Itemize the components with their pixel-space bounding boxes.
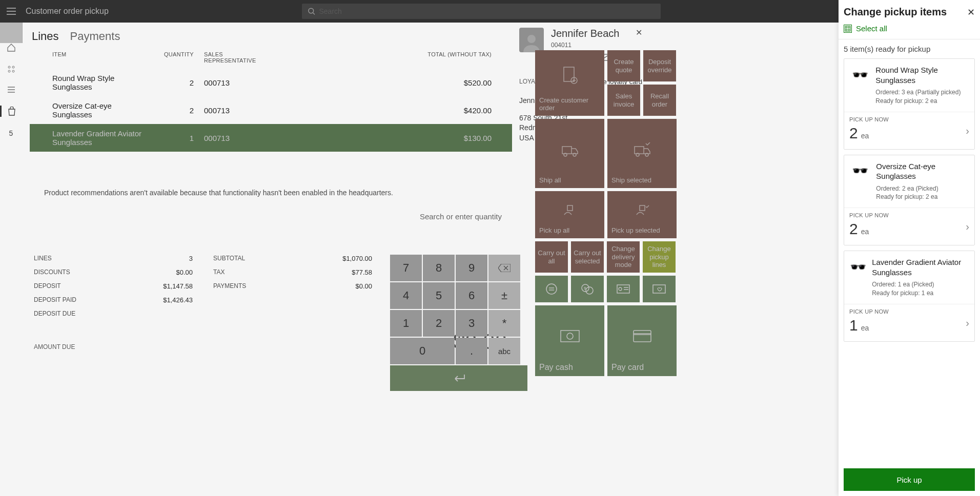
deposit-label: DEPOSIT	[34, 282, 61, 290]
tile-carry-out-all[interactable]: Carry out all	[535, 241, 568, 273]
item-meta: Ordered: 3 ea (Partially picked)Ready fo…	[875, 88, 969, 106]
close-icon[interactable]: ✕	[636, 28, 642, 37]
key-1[interactable]: 1	[390, 310, 422, 337]
cell-rep: 000713	[194, 106, 271, 115]
cell-item: Round Wrap Style Sunglasses	[52, 74, 150, 91]
cell-qty: 1	[150, 134, 194, 142]
pickup-qty-row[interactable]: PICK UP NOW 1ea ›	[844, 304, 974, 341]
pickup-qty-row[interactable]: PICK UP NOW 2ea ›	[844, 112, 974, 149]
tax-value: $77.58	[352, 268, 372, 276]
primary-label: PRIMARY	[519, 153, 642, 159]
tile-create-quote[interactable]: Create quote	[607, 50, 640, 81]
key-6[interactable]: 6	[456, 282, 487, 309]
item-title: Lavender Gradient Aviator Sunglasses	[872, 257, 969, 277]
tile-pay-card[interactable]: Pay card	[607, 305, 677, 376]
mail-icon[interactable]	[599, 53, 609, 65]
addr-line1: 678 South 21st	[519, 113, 642, 123]
apps-icon[interactable]	[6, 65, 17, 74]
col-total: TOTAL (WITHOUT TAX)	[271, 51, 504, 64]
svg-point-17	[645, 153, 648, 156]
pickup-button[interactable]: Pick up	[844, 468, 975, 491]
addr-line3: USA	[519, 133, 642, 143]
subtotal-label: SUBTOTAL	[213, 255, 245, 262]
item-meta: Ordered: 1 ea (Picked)Ready for pickup: …	[872, 280, 969, 298]
transaction-area: Lines Payments ITEM QUANTITY SALES REPRE…	[23, 23, 512, 28]
key-7[interactable]: 7	[390, 255, 422, 281]
deposit-paid-value: $1,426.43	[163, 296, 193, 304]
totals: LINES3 DISCOUNTS$0.00 DEPOSIT$1,147.58 D…	[30, 252, 512, 320]
key-2[interactable]: 2	[423, 310, 455, 337]
select-all-button[interactable]: Select all	[844, 24, 975, 33]
tax-label: TAX	[213, 268, 224, 276]
table-row[interactable]: Lavender Gradient Aviator Sunglasses1000…	[30, 124, 512, 152]
recommendations-msg: Product recommendations aren't available…	[30, 189, 512, 197]
pickup-now-label: PICK UP NOW	[849, 212, 969, 218]
pickup-qty: 1	[849, 317, 858, 334]
search-quantity-placeholder[interactable]: Search or enter quantity	[30, 212, 512, 221]
tile-id-icon[interactable]	[607, 276, 640, 302]
close-icon[interactable]: ✕	[967, 7, 975, 18]
change-pickup-panel: Change pickup items ✕ Select all 5 item(…	[839, 0, 980, 496]
tile-equals-icon[interactable]	[535, 276, 568, 302]
key-4[interactable]: 4	[390, 282, 422, 309]
bag-icon[interactable]	[0, 106, 22, 117]
tile-carry-out-selected[interactable]: Carry out selected	[571, 241, 604, 273]
home-icon[interactable]	[6, 43, 17, 52]
global-search[interactable]	[302, 4, 661, 19]
key-backspace[interactable]	[488, 255, 520, 281]
ship-check-icon	[611, 123, 672, 176]
key-dot[interactable]: .	[456, 338, 487, 364]
tile-sales-invoice[interactable]: Sales invoice	[607, 85, 640, 116]
tile-card-heart-icon[interactable]	[643, 276, 676, 302]
key-plusminus[interactable]: ±	[488, 282, 520, 309]
key-5[interactable]: 5	[423, 282, 455, 309]
avatar	[519, 28, 544, 52]
key-8[interactable]: 8	[423, 255, 455, 281]
select-all-label: Select all	[856, 24, 887, 33]
search-input[interactable]	[319, 7, 654, 15]
pickup-qty-row[interactable]: PICK UP NOW 2ea ›	[844, 208, 974, 245]
customer-id: 004011	[551, 42, 619, 49]
tile-recall-order[interactable]: Recall order	[643, 85, 676, 116]
svg-rect-10	[564, 67, 574, 81]
issue-loyalty-link[interactable]: Issue loyalty card	[591, 78, 642, 86]
hamburger-icon[interactable]	[0, 0, 23, 23]
tile-pay-cash[interactable]: Pay cash	[535, 305, 604, 376]
tile-currency-icon[interactable]: $	[571, 276, 604, 302]
select-all-icon	[844, 25, 852, 33]
tile-ship-all[interactable]: Ship all	[535, 119, 604, 188]
svg-point-7	[12, 70, 14, 72]
phone-icon[interactable]	[583, 53, 592, 65]
svg-rect-12	[562, 147, 571, 154]
key-9[interactable]: 9	[456, 255, 487, 281]
amount-due-label: AMOUNT DUE	[34, 343, 75, 350]
pickup-unit: ea	[861, 132, 869, 140]
svg-point-16	[636, 153, 639, 156]
chevron-right-icon: ›	[966, 221, 969, 233]
tile-deposit-override[interactable]: Deposit override	[643, 50, 676, 81]
tab-payments[interactable]: Payments	[70, 30, 120, 43]
table-row[interactable]: Oversize Cat-eye Sunglasses2000713$420.0…	[30, 96, 512, 124]
tile-pickup-all[interactable]: Pick up all	[535, 191, 604, 238]
key-enter[interactable]	[390, 365, 527, 391]
tile-ship-selected[interactable]: Ship selected	[607, 119, 677, 188]
page-title: Customer order pickup	[26, 7, 109, 16]
tile-pickup-selected[interactable]: Pick up selected	[607, 191, 677, 238]
svg-point-8	[527, 35, 536, 43]
tab-lines[interactable]: Lines	[32, 30, 59, 43]
svg-point-13	[564, 153, 567, 156]
tile-change-pickup-lines[interactable]: Change pickup lines	[643, 241, 676, 273]
key-3[interactable]: 3	[456, 310, 487, 337]
amount-due-value: $0.00	[453, 329, 507, 354]
col-item: ITEM	[52, 51, 150, 64]
list-icon[interactable]	[6, 86, 17, 93]
tile-change-delivery[interactable]: Change delivery mode	[607, 241, 640, 273]
table-row[interactable]: Round Wrap Style Sunglasses2000713$520.0…	[30, 69, 512, 96]
key-abc[interactable]: abc	[488, 338, 520, 364]
key-star[interactable]: *	[488, 310, 520, 337]
svg-point-5	[12, 66, 14, 68]
search-icon	[308, 8, 315, 15]
key-0[interactable]: 0	[390, 338, 455, 364]
tile-create-order[interactable]: Create customer order	[535, 50, 604, 116]
cell-item: Lavender Gradient Aviator Sunglasses	[52, 129, 150, 147]
